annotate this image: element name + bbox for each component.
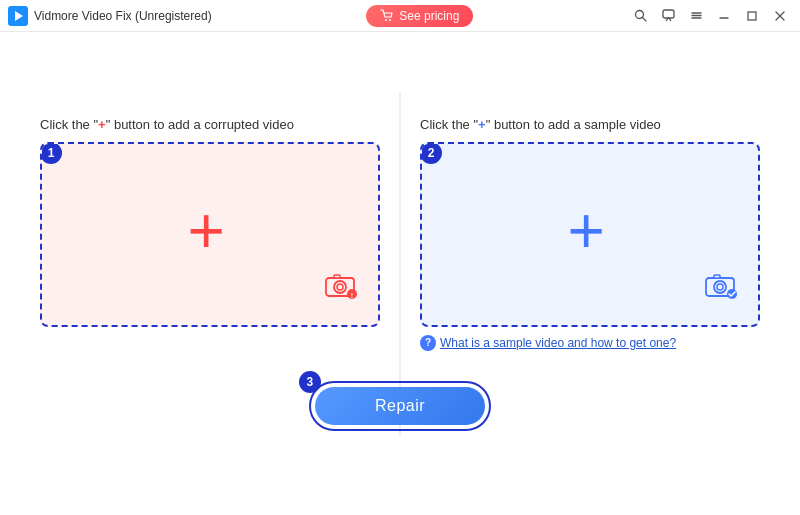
cart-icon — [380, 9, 394, 23]
app-logo-icon — [8, 6, 28, 26]
add-corrupted-plus-icon: + — [188, 199, 225, 263]
close-button[interactable] — [768, 4, 792, 28]
svg-rect-6 — [663, 10, 674, 18]
repair-button[interactable]: Repair — [315, 387, 485, 425]
corrupted-video-upload-area[interactable]: 1 + ! — [40, 142, 380, 327]
svg-point-15 — [334, 281, 346, 293]
corrupted-video-panel-wrapper: Click the "+" button to add a corrupted … — [40, 117, 380, 327]
badge-2: 2 — [420, 142, 442, 164]
see-pricing-button[interactable]: See pricing — [366, 5, 473, 27]
svg-line-5 — [642, 18, 646, 22]
title-bar: Vidmore Video Fix (Unregistered) See pri… — [0, 0, 800, 32]
svg-point-3 — [389, 19, 391, 21]
see-pricing-label: See pricing — [399, 9, 459, 23]
svg-rect-11 — [748, 12, 756, 20]
help-link-row: ? What is a sample video and how to get … — [420, 335, 676, 351]
app-title: Vidmore Video Fix (Unregistered) — [34, 9, 212, 23]
main-content: Click the "+" button to add a corrupted … — [0, 32, 800, 515]
repair-button-outer: Repair — [309, 381, 491, 431]
repair-area: 3 Repair — [20, 381, 780, 431]
svg-text:!: ! — [351, 292, 353, 299]
maximize-button[interactable] — [740, 4, 764, 28]
corrupted-camera-icon: ! — [320, 270, 360, 307]
minimize-button[interactable] — [712, 4, 736, 28]
sample-video-help-link[interactable]: What is a sample video and how to get on… — [440, 336, 676, 350]
chat-icon[interactable] — [656, 4, 680, 28]
svg-rect-23 — [714, 275, 720, 278]
sample-video-panel-wrapper: Click the "+" button to add a sample vid… — [420, 117, 760, 351]
svg-point-2 — [385, 19, 387, 21]
sample-plus-highlight: + — [478, 117, 486, 132]
title-bar-left: Vidmore Video Fix (Unregistered) — [8, 6, 212, 26]
search-icon[interactable] — [628, 4, 652, 28]
sample-video-upload-area[interactable]: 2 + — [420, 142, 760, 327]
corrupted-panel-label: Click the "+" button to add a corrupted … — [40, 117, 294, 132]
sample-panel-label: Click the "+" button to add a sample vid… — [420, 117, 661, 132]
svg-rect-17 — [334, 275, 340, 278]
menu-icon[interactable] — [684, 4, 708, 28]
badge-3: 3 — [299, 371, 321, 393]
corrupted-plus-highlight: + — [98, 117, 106, 132]
svg-point-21 — [714, 281, 726, 293]
badge-1: 1 — [40, 142, 62, 164]
add-sample-plus-icon: + — [568, 199, 605, 263]
help-question-icon: ? — [420, 335, 436, 351]
title-bar-controls — [628, 4, 792, 28]
repair-button-wrapper: 3 Repair — [309, 381, 491, 431]
sample-camera-icon — [700, 270, 740, 307]
title-bar-center: See pricing — [366, 5, 473, 27]
